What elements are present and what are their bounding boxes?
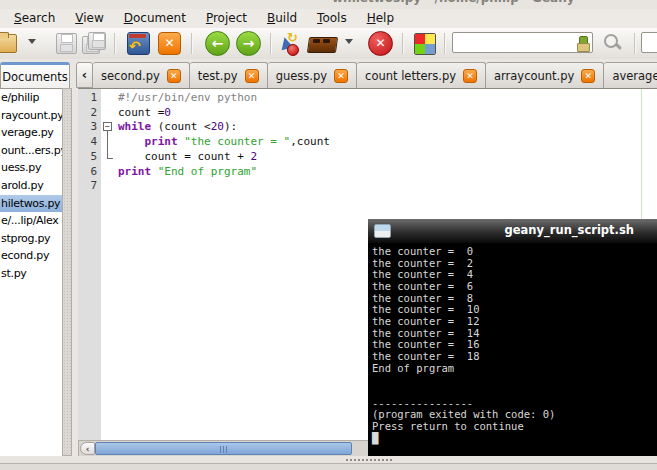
window-titlebar: whiletwos.py - /home/philip - Geany <box>0 0 657 9</box>
message-window-edge <box>0 463 657 470</box>
editor-tab-label: test.py <box>198 69 238 83</box>
goto-line-field[interactable] <box>642 33 657 52</box>
toolbar-separator <box>114 33 116 54</box>
editor-tabbar: ‹ second.py ✕ test.py ✕ guess.py ✕ count… <box>76 62 657 88</box>
document-list-item[interactable]: econd.py <box>0 247 62 265</box>
menu-item-project[interactable]: Project <box>196 10 257 27</box>
tab-close-icon[interactable]: ✕ <box>463 69 477 83</box>
hscrollbar-grip <box>220 446 229 453</box>
menu-item-document[interactable]: Document <box>114 10 196 27</box>
document-list-item[interactable]: arold.py <box>0 177 62 195</box>
sidebar-tab-label: Documents <box>2 70 68 84</box>
terminal-title: geany_run_script.sh <box>505 223 634 237</box>
goto-line-input[interactable] <box>641 32 657 53</box>
close-icon[interactable]: ✕ <box>157 31 181 55</box>
toolbar-separator <box>402 33 404 54</box>
sidebar-scrollbar[interactable] <box>62 88 72 456</box>
menu-item-help[interactable]: Help <box>357 10 404 27</box>
menu-item-build[interactable]: Build <box>257 10 307 27</box>
editor-tab-label: count letters.py <box>365 69 456 83</box>
editor-tab[interactable]: arraycount.py ✕ <box>486 62 604 88</box>
fold-collapse-icon[interactable]: − <box>103 122 112 131</box>
document-list-item[interactable]: st.py <box>0 265 62 283</box>
find-icon[interactable] <box>601 31 627 55</box>
document-list-item[interactable]: hiletwos.py <box>0 195 62 213</box>
tab-strip: Documents ‹ second.py ✕ test.py ✕ guess.… <box>0 59 657 88</box>
stop-icon[interactable]: ✕ <box>368 31 392 55</box>
editor-tab[interactable]: guess.py ✕ <box>268 62 357 88</box>
tab-scroll-left-button[interactable]: ‹ <box>76 62 93 88</box>
document-list-item[interactable]: raycount.py <box>0 107 62 125</box>
tab-close-icon[interactable]: ✕ <box>334 69 348 83</box>
toolbar-separator <box>444 33 446 54</box>
tab-close-icon[interactable]: ✕ <box>581 69 595 83</box>
color-chooser-icon[interactable] <box>412 31 436 55</box>
back-icon[interactable]: ← <box>205 31 229 55</box>
document-list-item[interactable]: stprog.py <box>0 230 62 248</box>
compile-icon[interactable]: ↻ <box>278 31 302 55</box>
editor-tab[interactable]: average.py ✕ <box>604 62 657 88</box>
hscrollbar-thumb[interactable] <box>95 442 352 455</box>
document-list-item[interactable]: e/philip <box>0 89 62 107</box>
toolbar: ↶ ✕ ← → ↻ ✕ <box>0 28 657 60</box>
documents-list: e/philipraycount.pyverage.pyount...ers.p… <box>0 88 62 457</box>
editor-tab-label: arraycount.py <box>494 69 574 83</box>
build-menu-caret[interactable] <box>345 39 353 44</box>
line-number-gutter[interactable]: 1234567 <box>78 89 101 440</box>
terminal-window[interactable]: geany_run_script.sh the counter = 0 the … <box>368 219 657 470</box>
document-list-item[interactable]: verage.py <box>0 124 62 142</box>
build-icon[interactable] <box>307 31 337 55</box>
toolbar-separator <box>270 33 272 54</box>
sidebar-tab-documents[interactable]: Documents <box>0 62 70 88</box>
document-list-item[interactable]: e/...lip/Alex <box>0 212 62 230</box>
editor-tab-label: second.py <box>101 69 160 83</box>
fold-connector-hook <box>107 158 113 159</box>
tab-close-icon[interactable]: ✕ <box>245 69 259 83</box>
tab-close-icon[interactable]: ✕ <box>167 69 181 83</box>
menubar: SearchViewDocumentProjectBuildToolsHelp <box>0 9 657 28</box>
editor-tab-label: guess.py <box>276 69 327 83</box>
revert-icon[interactable]: ↶ <box>126 31 150 55</box>
code-text[interactable]: #!/usr/bin/env python count =0 while (co… <box>118 91 330 194</box>
main-area: e/philipraycount.pyverage.pyount...ers.p… <box>0 88 657 456</box>
terminal-window-icon <box>374 224 391 238</box>
hscrollbar-left-arrow[interactable]: ‹ <box>80 442 95 455</box>
splitter-grip[interactable] <box>345 458 393 462</box>
fold-margin[interactable] <box>101 89 115 440</box>
toolbar-separator <box>191 33 193 54</box>
terminal-titlebar[interactable]: geany_run_script.sh <box>368 219 657 243</box>
editor-tab[interactable]: count letters.py ✕ <box>357 62 486 88</box>
menu-item-view[interactable]: View <box>65 10 113 27</box>
terminal-output: the counter = 0 the counter = 2 the coun… <box>372 246 555 444</box>
editor-tab[interactable]: second.py ✕ <box>93 62 190 88</box>
message-window-splitter[interactable] <box>0 456 657 463</box>
save-all-icon[interactable] <box>82 31 106 55</box>
document-list-item[interactable]: ount...ers.py <box>0 142 62 160</box>
save-icon[interactable] <box>54 31 78 55</box>
editor-tab-label: average.py <box>612 69 657 83</box>
brush-icon[interactable] <box>577 36 588 50</box>
search-input[interactable] <box>452 32 593 53</box>
menu-item-tools[interactable]: Tools <box>307 10 357 27</box>
fold-connector-line <box>107 131 108 158</box>
open-menu-caret[interactable] <box>28 39 36 44</box>
document-list-item[interactable]: uess.py <box>0 159 62 177</box>
toolbar-separator <box>634 33 636 54</box>
search-input-field[interactable] <box>453 33 592 52</box>
menu-item-search[interactable]: Search <box>4 10 65 27</box>
editor-tab[interactable]: test.py ✕ <box>190 62 268 88</box>
forward-icon[interactable]: → <box>236 31 260 55</box>
window-title: whiletwos.py - /home/philip - Geany <box>332 0 575 5</box>
open-file-icon[interactable] <box>0 31 17 55</box>
